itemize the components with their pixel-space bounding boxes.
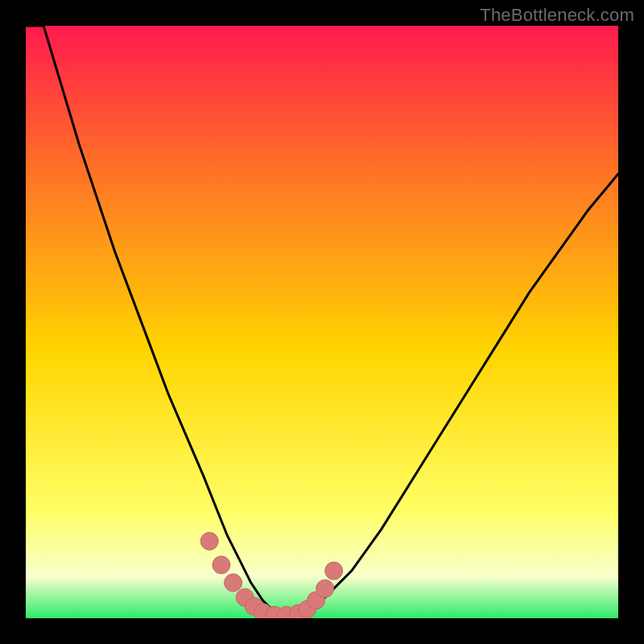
bottleneck-curve [26, 26, 618, 618]
marker-group [200, 532, 343, 618]
plot-area [26, 26, 618, 618]
curve-marker [213, 556, 230, 574]
outer-frame: TheBottleneck.com [0, 0, 644, 644]
curve-marker [200, 532, 218, 550]
curve-marker [316, 580, 334, 597]
curve-marker [325, 562, 343, 580]
curve-marker [225, 574, 242, 592]
curve-layer [26, 26, 618, 618]
watermark-text: TheBottleneck.com [480, 5, 634, 26]
